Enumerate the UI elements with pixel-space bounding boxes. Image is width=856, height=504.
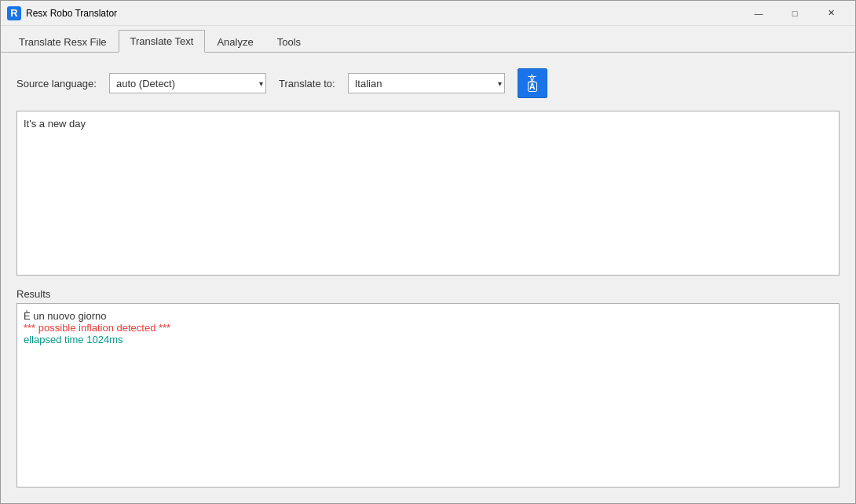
minimize-button[interactable]: — — [741, 1, 777, 26]
source-lang-select[interactable]: auto (Detect) English French Spanish Ger… — [109, 73, 266, 93]
controls-row: Source language: auto (Detect) English F… — [16, 68, 840, 98]
tab-tools[interactable]: Tools — [265, 31, 313, 53]
results-box: È un nuovo giorno *** possible inflation… — [16, 303, 840, 488]
tab-analyze[interactable]: Analyze — [205, 31, 265, 53]
source-lang-label: Source language: — [16, 78, 97, 89]
title-bar-controls: — □ ✕ — [741, 1, 849, 26]
title-bar-left: R Resx Robo Translator — [7, 6, 117, 20]
tab-translate-text[interactable]: Translate Text — [119, 30, 206, 53]
translate-button-icon: 文 A — [528, 75, 537, 92]
svg-text:R: R — [10, 7, 18, 19]
results-section: Results È un nuovo giorno *** possible i… — [16, 288, 840, 488]
maximize-button[interactable]: □ — [777, 1, 813, 26]
target-lang-select-wrapper: Italian English French Spanish German ▾ — [348, 73, 505, 93]
result-time: ellapsed time 1024ms — [24, 334, 832, 345]
translate-to-label: Translate to: — [279, 78, 335, 89]
window-title: Resx Robo Translator — [26, 8, 117, 19]
result-warning: *** possible inflation detected *** — [24, 322, 832, 334]
main-content: Source language: auto (Detect) English F… — [1, 53, 855, 503]
title-bar: R Resx Robo Translator — □ ✕ — [1, 1, 855, 26]
app-icon: R — [7, 6, 21, 20]
tab-translate-resx[interactable]: Translate Resx File — [7, 31, 119, 53]
tab-bar: Translate Resx File Translate Text Analy… — [1, 26, 855, 53]
target-lang-select[interactable]: Italian English French Spanish German — [348, 73, 505, 93]
result-translation: È un nuovo giorno — [24, 310, 832, 322]
results-header: Results — [16, 288, 840, 300]
source-text-input[interactable] — [16, 111, 840, 276]
translate-button[interactable]: 文 A — [518, 68, 547, 98]
source-lang-select-wrapper: auto (Detect) English French Spanish Ger… — [109, 73, 266, 93]
close-button[interactable]: ✕ — [813, 1, 849, 26]
main-window: R Resx Robo Translator — □ ✕ Translate R… — [0, 0, 856, 504]
